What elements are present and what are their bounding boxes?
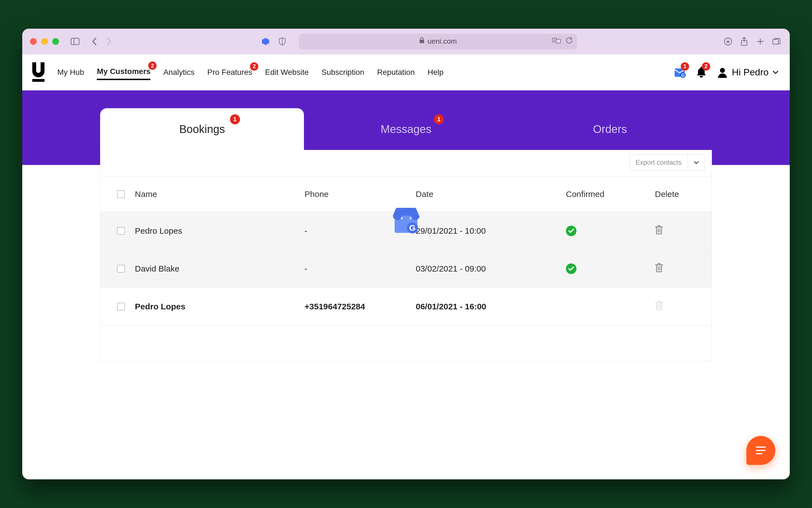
select-all-checkbox[interactable] [117,190,125,198]
svg-rect-14 [32,79,44,82]
panel-wrap: Bookings 1 Messages 1 Orders Export cont… [100,108,712,362]
delete-button[interactable] [649,225,705,237]
url-host-text: ueni.com [427,37,457,46]
row-checkbox[interactable] [117,265,125,272]
nav-label: My Customers [97,67,150,76]
bookings-panel: Export contacts Name Phone Date Confirme… [100,150,712,362]
chevron-down-icon [772,70,779,74]
delete-button[interactable] [649,301,705,312]
chat-fab[interactable] [747,436,775,465]
main-nav: My Hub My Customers2 Analytics Pro Featu… [57,64,444,80]
svg-rect-0 [71,38,79,44]
bookings-table: Name Phone Date Confirmed Delete Pedro L… [100,176,712,326]
trash-icon [655,301,663,310]
col-name: Name [135,189,305,199]
nav-subscription[interactable]: Subscription [321,65,364,80]
cell-date: 29/01/2021 - 10:00 [416,226,566,236]
bell-badge: 2 [702,62,710,71]
tabs-overview-button[interactable] [771,36,782,47]
nav-label: Subscription [321,68,364,77]
svg-rect-3 [420,40,424,43]
confirmed-check-icon [566,226,577,236]
tab-label: Bookings [179,123,225,135]
nav-label: Analytics [163,68,194,77]
nav-buttons [89,36,115,47]
tab-badge: 1 [230,114,240,124]
close-window-button[interactable] [30,38,37,45]
share-button[interactable] [738,36,750,47]
nav-label: Help [428,68,444,77]
nav-label: Pro Features [207,68,252,77]
lock-icon [419,37,424,46]
trash-icon [655,225,663,235]
tab-label: Orders [593,123,627,135]
tab-bookings[interactable]: Bookings 1 [100,108,304,150]
browser-window: ueni.com A [22,29,790,479]
content-area: Bookings 1 Messages 1 Orders Export cont… [22,90,790,479]
extension-icon[interactable] [260,36,271,47]
col-delete: Delete [649,189,705,199]
tab-label: Messages [381,123,431,135]
maximize-window-button[interactable] [52,38,59,45]
traffic-lights [30,38,59,45]
svg-text:G: G [681,73,684,78]
nav-pro-features[interactable]: Pro Features2 [207,65,252,80]
nav-my-customers[interactable]: My Customers2 [97,64,150,80]
cell-name: Pedro Lopes [135,302,305,311]
cell-date: 03/02/2021 - 09:00 [416,264,566,273]
ueni-logo[interactable] [27,62,49,82]
col-date: Date [416,189,566,199]
cell-phone: +351964725284 [305,302,416,311]
minimize-window-button[interactable] [41,38,48,45]
tab-messages[interactable]: Messages 1 [304,108,508,150]
translate-icon[interactable]: A [552,37,561,46]
nav-label: My Hub [57,68,84,77]
nav-badge: 2 [148,61,156,70]
table-row[interactable]: Pedro Lopes +351964725284 06/01/2021 - 1… [100,288,712,326]
svg-text:G: G [409,223,415,232]
svg-point-18 [720,68,725,73]
forward-button[interactable] [103,36,115,47]
url-right-icons: A [552,37,573,46]
back-button[interactable] [89,36,100,47]
cell-name: David Blake [135,264,305,273]
export-chevron[interactable] [688,155,705,170]
row-checkbox[interactable] [117,303,125,310]
safari-toolbar: ueni.com A [22,29,790,54]
url-bar[interactable]: ueni.com A [299,34,577,49]
sidebar-toggle-button[interactable] [70,36,81,47]
nav-help[interactable]: Help [428,65,444,80]
table-row[interactable]: David Blake - 03/02/2021 - 09:00 [100,250,712,288]
export-label: Export contacts [630,155,688,170]
downloads-button[interactable] [722,36,733,47]
chevron-down-icon [693,161,699,165]
cell-phone: - [305,264,416,273]
col-phone: Phone [305,189,416,199]
user-icon [717,67,728,78]
cell-confirmed [566,263,649,274]
header-right: G 1 2 Hi Pedro [674,66,779,79]
export-row: Export contacts [100,150,712,176]
safari-right [722,36,782,47]
user-menu[interactable]: Hi Pedro [717,67,779,78]
new-tab-button[interactable] [755,36,766,47]
nav-label: Edit Website [265,68,309,77]
nav-my-hub[interactable]: My Hub [57,65,84,80]
nav-reputation[interactable]: Reputation [377,65,415,80]
customer-tabs: Bookings 1 Messages 1 Orders [100,108,712,150]
cell-name: Pedro Lopes [135,226,305,236]
google-my-business-icon[interactable]: G [391,207,421,235]
row-checkbox[interactable] [117,227,125,235]
tab-orders[interactable]: Orders [508,108,712,150]
google-notifications-button[interactable]: G 1 [674,66,686,79]
privacy-shield-icon[interactable] [277,36,288,47]
nav-analytics[interactable]: Analytics [163,65,194,80]
confirmed-check-icon [566,263,577,274]
svg-text:A: A [553,38,556,42]
delete-button[interactable] [649,263,705,274]
reload-icon[interactable] [566,37,573,46]
nav-edit-website[interactable]: Edit Website [265,65,309,80]
export-contacts-button[interactable]: Export contacts [629,155,705,171]
notifications-bell-button[interactable]: 2 [696,66,707,79]
cell-confirmed [566,226,649,236]
